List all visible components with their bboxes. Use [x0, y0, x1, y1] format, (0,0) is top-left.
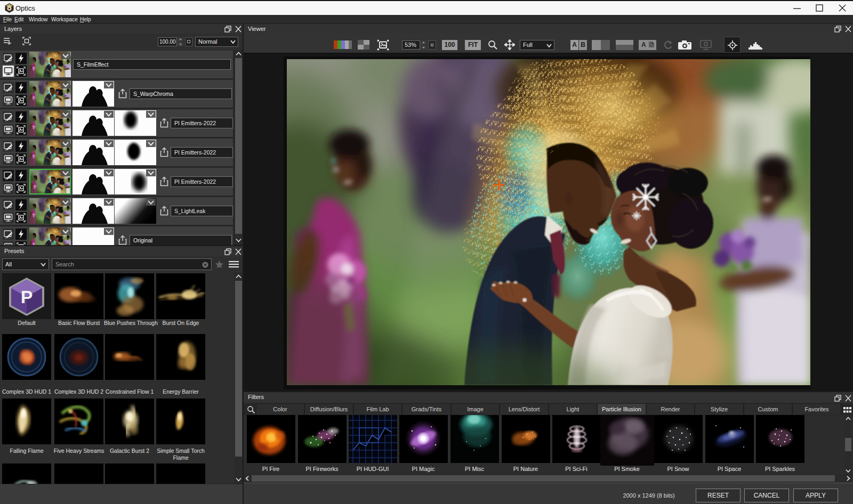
svg-text:P: P [21, 287, 33, 307]
